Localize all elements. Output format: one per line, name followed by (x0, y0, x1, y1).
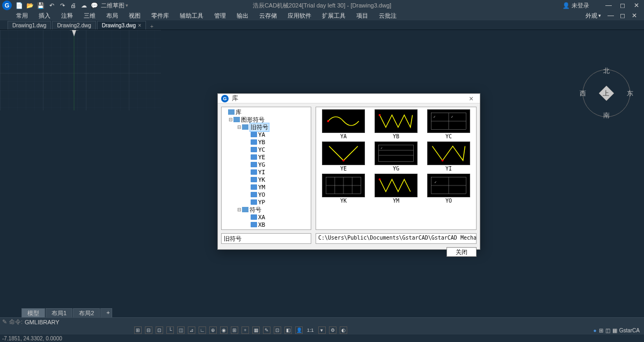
status-toggle[interactable]: ◧ (284, 326, 292, 334)
dialog-title-bar[interactable]: G 库 × (218, 94, 480, 103)
thumbnail-YO[interactable]: ✓YO (423, 174, 474, 204)
tree-leaf[interactable]: YO (223, 191, 310, 198)
app-icon[interactable]: G (2, 1, 12, 10)
menu-item[interactable]: 视图 (123, 12, 146, 20)
tab-close-icon[interactable]: × (138, 23, 141, 28)
new-icon[interactable]: 📄 (15, 1, 24, 10)
command-input[interactable] (25, 319, 644, 325)
menu-item[interactable]: 管理 (209, 12, 231, 20)
thumbnail-YK[interactable]: YK (318, 174, 369, 204)
child-max-button[interactable]: ◻ (617, 11, 628, 20)
status-icon[interactable]: ▦ (612, 328, 617, 333)
menu-item[interactable]: 云批注 (374, 12, 402, 20)
tree-node[interactable]: ⊟符号 (223, 206, 310, 213)
dialog-close-icon[interactable]: × (466, 94, 477, 103)
sketch-mode-label[interactable]: 二维草图 (101, 2, 125, 10)
menu-item[interactable]: 三维 (78, 12, 101, 20)
redo-icon[interactable]: ↷ (58, 1, 67, 10)
command-line[interactable]: ✎ 命令: (0, 317, 644, 326)
child-close-button[interactable]: ✕ (629, 11, 640, 20)
tree-leaf[interactable]: YA (223, 131, 310, 138)
tree-leaf[interactable]: XA (223, 213, 310, 221)
status-toggle[interactable]: + (241, 326, 249, 334)
status-toggle[interactable]: ⊕ (209, 326, 217, 334)
tree-node-selected[interactable]: ⊟旧符号 (223, 123, 310, 131)
status-toggle[interactable]: ⊡ (274, 326, 281, 334)
menu-item[interactable]: 应用软件 (282, 12, 317, 20)
viewcube-east[interactable]: 东 (627, 89, 633, 98)
appearance-dropdown[interactable]: 外观 ▾ — ◻ ✕ (586, 11, 644, 20)
tree-leaf[interactable]: YE (223, 153, 310, 161)
tree-leaf[interactable]: YC (223, 146, 310, 153)
document-tab[interactable]: Drawing1.dwg (8, 21, 51, 29)
status-toggle[interactable]: ◐ (340, 326, 347, 334)
menu-item[interactable]: 辅助工具 (174, 12, 209, 20)
menu-item[interactable]: 扩展工具 (317, 12, 351, 20)
status-icon[interactable]: ◫ (605, 328, 610, 333)
thumbnail-YG[interactable]: ✓YG (371, 142, 421, 172)
new-tab-button[interactable]: + (147, 24, 157, 29)
sketch-dropdown-icon[interactable]: ▾ (126, 3, 128, 8)
undo-icon[interactable]: ↶ (47, 1, 56, 10)
child-min-button[interactable]: — (605, 11, 616, 20)
library-tree[interactable]: 库 ⊟图形符号 ⊟旧符号 YA YB YC YE YG YI YK YM YO … (221, 107, 311, 230)
view-cube[interactable]: 北 南 东 西 上 (581, 68, 632, 119)
print-icon[interactable]: 🖨 (69, 1, 77, 10)
minimize-button[interactable]: — (603, 1, 614, 10)
close-button[interactable]: 关闭 (447, 247, 477, 257)
thumbnail-YC[interactable]: ✓✓YC (423, 109, 474, 139)
tree-leaf[interactable]: YP (223, 198, 310, 206)
menu-item[interactable]: 项目 (351, 12, 374, 20)
status-icon[interactable]: ● (594, 328, 597, 333)
document-tab[interactable]: Drawing3.dwg× (97, 21, 146, 29)
tree-leaf[interactable]: XB (223, 221, 310, 228)
thumbnail-YI[interactable]: YI (423, 142, 474, 172)
status-toggle[interactable]: ⊞ (231, 326, 238, 334)
status-toggle[interactable]: ⚙ (329, 326, 336, 334)
status-toggle[interactable]: └ (166, 326, 174, 334)
user-login[interactable]: 👤 未登录 (562, 2, 589, 10)
tree-leaf[interactable]: YB (223, 138, 310, 146)
menu-item[interactable]: 云存储 (254, 12, 282, 20)
status-toggle[interactable]: ▾ (318, 326, 326, 334)
tree-leaf[interactable]: YG (223, 161, 310, 168)
menu-item[interactable]: 插入 (33, 12, 56, 20)
maximize-button[interactable]: ◻ (617, 1, 628, 10)
tree-leaf[interactable]: YM (223, 183, 310, 191)
tree-leaf[interactable]: YI (223, 168, 310, 176)
status-toggle[interactable]: ▦ (252, 326, 260, 334)
save-icon[interactable]: 💾 (36, 1, 45, 10)
open-icon[interactable]: 📂 (26, 1, 34, 10)
menu-item[interactable]: 输出 (231, 12, 254, 20)
menu-item[interactable]: 零件库 (146, 12, 174, 20)
cloud-icon[interactable]: ☁ (79, 1, 88, 10)
scale-label[interactable]: 1:1 (306, 326, 315, 334)
status-icon[interactable]: ⊞ (599, 328, 603, 333)
thumbnail-YB[interactable]: YB (371, 109, 421, 139)
status-toggle[interactable]: ⊡ (156, 326, 163, 334)
viewcube-south[interactable]: 南 (603, 111, 610, 120)
status-toggle[interactable]: ✎ (263, 326, 270, 334)
menu-item[interactable]: 常用 (11, 12, 33, 20)
tree-leaf[interactable]: YK (223, 176, 310, 183)
thumbnail-YE[interactable]: YE (318, 142, 369, 172)
status-toggle[interactable]: ⊞ (134, 326, 142, 334)
menu-item[interactable]: 布局 (101, 12, 123, 20)
viewcube-north[interactable]: 北 (603, 66, 610, 76)
chat-icon[interactable]: 💬 (90, 1, 99, 10)
close-button[interactable]: ✕ (631, 1, 642, 10)
document-tabs: Drawing1.dwg Drawing2.dwg Drawing3.dwg× … (0, 20, 644, 30)
status-toggle[interactable]: ◫ (177, 326, 185, 334)
status-toggle[interactable]: ⊿ (188, 326, 195, 334)
status-toggle[interactable]: ∟ (199, 326, 206, 334)
status-toggle[interactable]: ◉ (220, 326, 228, 334)
thumbnail-YM[interactable]: YM (371, 174, 421, 204)
tree-node-root[interactable]: 库 (223, 108, 310, 116)
status-toggle[interactable]: 👤 (295, 326, 303, 334)
menu-item[interactable]: 注释 (56, 12, 78, 20)
status-toggle[interactable]: ⊟ (145, 326, 152, 334)
viewcube-top[interactable]: 上 (603, 89, 609, 98)
thumbnail-YA[interactable]: YA (318, 109, 369, 139)
viewcube-west[interactable]: 西 (580, 89, 586, 98)
document-tab[interactable]: Drawing2.dwg (52, 21, 96, 29)
